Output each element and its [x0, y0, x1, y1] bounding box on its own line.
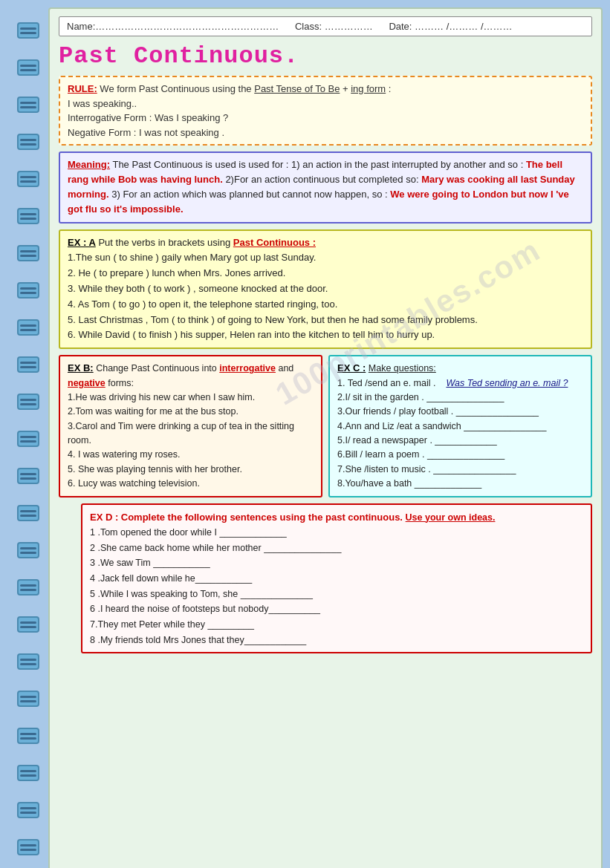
ex-c-item-5: 5.I/ read a newspaper . ____________	[337, 434, 583, 448]
ex-b-forms: forms:	[108, 378, 134, 388]
ex-a-instruction-underline: Past Continuous :	[233, 237, 316, 248]
ex-b-underline1: interrogative	[219, 363, 276, 373]
ex-c-answer-1: Was Ted sending an e. mail ?	[446, 378, 568, 388]
class-label: Class: ……………	[295, 21, 373, 32]
ex-d-item-5: 5 .While I was speaking to Tom, she ____…	[90, 587, 583, 602]
ex-d-instruction: Complete the following sentences using t…	[121, 512, 406, 523]
ex-b-c-row: EX B: Change Past Continuous into interr…	[59, 355, 592, 497]
meaning-box: Meaning: The Past Continuous is used is …	[59, 151, 592, 223]
ex-b-item-3: 3.Carol and Tim were drinking a cup of t…	[68, 420, 314, 448]
main-content: Name:………………………………………………… Class: …………… Da…	[48, 7, 603, 868]
name-class-date-row: Name:………………………………………………… Class: …………… Da…	[59, 16, 592, 36]
ex-b-and: and	[278, 363, 293, 373]
exercise-b-box: EX B: Change Past Continuous into interr…	[59, 355, 322, 497]
ex-c-item-3: 3.Our friends / play football . ________…	[337, 405, 583, 419]
rule-negative-label: Negative Form :	[68, 127, 136, 138]
ex-a-item-3: 3. While they both ( to work ) , someone…	[68, 281, 583, 297]
ex-b-item-1: 1.He was driving his new car when I saw …	[68, 391, 314, 405]
meaning-label: Meaning:	[68, 159, 110, 170]
ex-a-instruction: Put the verbs in brackets using	[98, 237, 233, 248]
ex-b-item-6: 6. Lucy was watching television.	[68, 477, 314, 491]
ex-b-label: EX B:	[68, 362, 94, 373]
rule-box: RULE: We form Past Continuous using the …	[59, 76, 592, 146]
rule-label: RULE:	[68, 83, 97, 94]
exercise-c-box: EX C : Make questions: 1. Ted /send an e…	[328, 355, 592, 497]
rule-ing-form: ing form	[351, 83, 386, 94]
ex-a-label: EX : A	[68, 237, 96, 248]
ex-c-item-4: 4.Ann and Liz /eat a sandwich __________…	[337, 420, 583, 434]
ex-a-item-4: 4. As Tom ( to go ) to open it, the tele…	[68, 297, 583, 313]
ex-d-item-2: 2 .She came back home while her mother _…	[90, 541, 583, 556]
ex-d-item-6: 6 .I heard the noise of footsteps but no…	[90, 601, 583, 617]
ex-a-item-2: 2. He ( to prepare ) lunch when Mrs. Jon…	[68, 266, 583, 281]
exercise-d-box: EX D : Complete the following sentences …	[81, 503, 592, 654]
page-title: Past Continuous.	[59, 42, 592, 70]
ex-d-item-1: 1 .Tom opened the door while I _________…	[90, 525, 583, 541]
ex-d-label: EX D :	[90, 512, 118, 523]
ex-c-item-6: 6.Bill / learn a poem . _______________	[337, 448, 583, 462]
meaning-text3: 3) For an action which was planned but c…	[111, 189, 390, 200]
ex-a-item-1: 1.The sun ( to shine ) gaily when Mary g…	[68, 250, 583, 266]
ex-b-item-5: 5. She was playing tennis with her broth…	[68, 463, 314, 477]
ex-c-label: EX C :	[337, 362, 366, 373]
ex-b-item-2: 2.Tom was waiting for me at the bus stop…	[68, 405, 314, 419]
ex-b-instruction: Change Past Continuous into	[96, 363, 219, 373]
rule-colon: :	[389, 83, 392, 94]
ex-c-item-7: 7.She /listen to music . _______________…	[337, 463, 583, 477]
ex-d-item-4: 4 .Jack fell down while he___________	[90, 571, 583, 587]
rule-negative: I was not speaking .	[139, 127, 224, 138]
spiral-binding	[7, 7, 48, 868]
ex-c-item-2: 2.I/ sit in the garden . _______________	[337, 391, 583, 405]
exercise-a-box: EX : A Put the verbs in brackets using P…	[59, 229, 592, 350]
ex-b-item-4: 4. I was watering my roses.	[68, 448, 314, 462]
ex-a-item-5: 5. Last Christmas , Tom ( to think ) of …	[68, 313, 583, 328]
rule-text1: We form Past Continuous using the	[100, 83, 254, 94]
ex-c-item-8: 8.You/have a bath _____________	[337, 477, 583, 491]
ex-d-item-7: 7.They met Peter while they _________	[90, 617, 583, 633]
ex-a-item-6: 6. While David ( to finish ) his supper,…	[68, 327, 583, 343]
ex-d-item-8: 8 .My friends told Mrs Jones that they__…	[90, 633, 583, 648]
rule-past-tense: Past Tense of To Be	[254, 83, 340, 94]
name-label: Name:…………………………………………………	[67, 21, 279, 32]
meaning-text2: 2)For an action continuous but completed…	[225, 174, 421, 185]
date-label: Date: ……… /……… /………	[389, 21, 512, 32]
rule-interrogative-label: Interrogative Form :	[68, 112, 152, 123]
ex-c-item-1: 1. Ted /send an e. mail . Was Ted sendin…	[337, 376, 583, 391]
ex-c-instruction: Make questions:	[369, 363, 436, 373]
ex-d-instruction2: Use your own ideas.	[406, 512, 496, 523]
meaning-text1: The Past Continuous is used is used for …	[112, 159, 523, 170]
ex-d-item-3: 3 .We saw Tim ___________	[90, 555, 583, 571]
rule-plus: +	[343, 83, 351, 94]
ex-b-underline2: negative	[68, 378, 106, 388]
rule-example: I was speaking..	[68, 97, 583, 111]
rule-interrogative: Was I speaking ?	[155, 112, 228, 123]
